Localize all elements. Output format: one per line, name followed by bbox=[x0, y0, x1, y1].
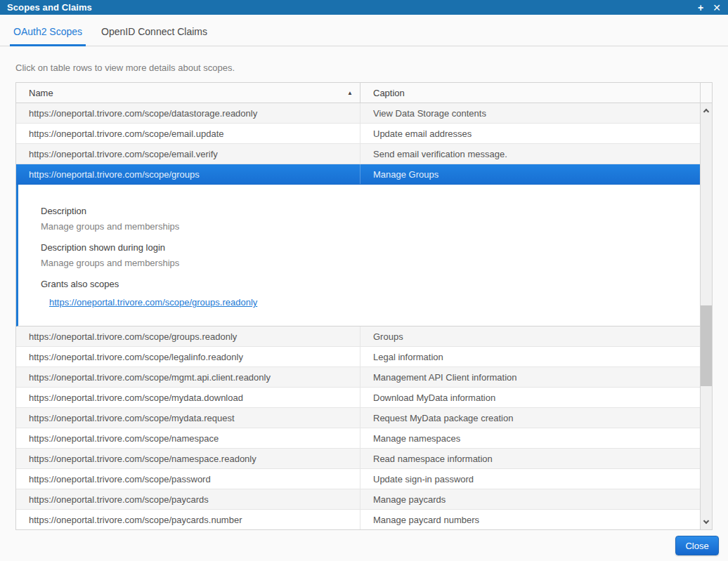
table-row[interactable]: https://oneportal.trivore.com/scope/emai… bbox=[16, 144, 700, 164]
scope-caption-cell: Update sign-in password bbox=[360, 469, 700, 489]
detail-field-value: Manage groups and memberships bbox=[41, 258, 700, 268]
table-row[interactable]: https://oneportal.trivore.com/scope/data… bbox=[16, 103, 700, 124]
dialog-titlebar[interactable]: Scopes and Claims + ✕ bbox=[0, 0, 728, 15]
scope-caption-cell: Manage paycards bbox=[360, 489, 700, 509]
scope-name-cell: https://oneportal.trivore.com/scope/data… bbox=[16, 103, 360, 123]
chevron-up-icon bbox=[703, 109, 709, 114]
table-body: https://oneportal.trivore.com/scope/data… bbox=[16, 103, 712, 529]
detail-field-label: Grants also scopes bbox=[41, 279, 700, 289]
scrollbar-thumb[interactable] bbox=[701, 305, 712, 386]
tab-oauth2-scopes[interactable]: OAuth2 Scopes bbox=[10, 26, 86, 46]
granted-scope-link[interactable]: https://oneportal.trivore.com/scope/grou… bbox=[49, 297, 257, 308]
scope-caption-cell: Read namespace information bbox=[360, 449, 700, 468]
table-row[interactable]: https://oneportal.trivore.com/scope/name… bbox=[16, 449, 700, 469]
scope-name-cell: https://oneportal.trivore.com/scope/grou… bbox=[16, 326, 360, 346]
table-row[interactable]: https://oneportal.trivore.com/scope/payc… bbox=[16, 510, 700, 529]
scope-name-cell: https://oneportal.trivore.com/scope/emai… bbox=[16, 144, 360, 164]
table-row[interactable]: https://oneportal.trivore.com/scope/mgmt… bbox=[16, 367, 700, 388]
table-row[interactable]: https://oneportal.trivore.com/scope/pass… bbox=[16, 469, 700, 489]
detail-field-label: Description shown during login bbox=[41, 242, 700, 253]
table-row[interactable]: https://oneportal.trivore.com/scope/myda… bbox=[16, 388, 700, 408]
column-header-name[interactable]: Name ▲ bbox=[16, 83, 360, 103]
scopes-and-claims-dialog: Scopes and Claims + ✕ OAuth2 Scopes Open… bbox=[0, 0, 728, 561]
row-detail-panel: Description Manage groups and membership… bbox=[16, 185, 700, 326]
table-row[interactable]: https://oneportal.trivore.com/scope/emai… bbox=[16, 124, 700, 144]
table-row[interactable]: https://oneportal.trivore.com/scope/name… bbox=[16, 428, 700, 449]
titlebar-icons: + ✕ bbox=[698, 3, 721, 13]
table-body-rows: https://oneportal.trivore.com/scope/data… bbox=[16, 103, 700, 529]
scope-name-cell: https://oneportal.trivore.com/scope/myda… bbox=[16, 388, 360, 407]
scope-caption-cell: Legal information bbox=[360, 347, 700, 367]
scope-name-cell: https://oneportal.trivore.com/scope/name… bbox=[16, 449, 360, 468]
detail-field-value: Manage groups and memberships bbox=[41, 221, 700, 232]
scope-name-cell: https://oneportal.trivore.com/scope/payc… bbox=[16, 510, 360, 529]
scope-name-cell: https://oneportal.trivore.com/scope/lega… bbox=[16, 347, 360, 367]
scope-caption-cell: Request MyData package creation bbox=[360, 408, 700, 428]
scope-name-cell: https://oneportal.trivore.com/scope/emai… bbox=[16, 124, 360, 143]
scope-caption-cell: Manage namespaces bbox=[360, 428, 700, 448]
scope-name-cell: https://oneportal.trivore.com/scope/grou… bbox=[16, 164, 360, 184]
detail-field-label: Description bbox=[41, 206, 700, 216]
scroll-down-button[interactable] bbox=[701, 516, 712, 528]
header-scrollbar-spacer bbox=[701, 83, 712, 103]
column-header-caption[interactable]: Caption bbox=[360, 83, 701, 103]
instruction-text: Click on table rows to view more details… bbox=[15, 62, 235, 73]
scroll-up-button[interactable] bbox=[701, 105, 712, 117]
column-header-name-label: Name bbox=[29, 88, 53, 98]
table-row[interactable]: https://oneportal.trivore.com/scope/myda… bbox=[16, 408, 700, 428]
dialog-title: Scopes and Claims bbox=[7, 2, 92, 13]
scope-name-cell: https://oneportal.trivore.com/scope/pass… bbox=[16, 469, 360, 489]
scope-name-cell: https://oneportal.trivore.com/scope/myda… bbox=[16, 408, 360, 428]
plus-icon[interactable]: + bbox=[698, 3, 703, 13]
titlebar-close-icon[interactable]: ✕ bbox=[713, 3, 721, 13]
scope-name-cell: https://oneportal.trivore.com/scope/payc… bbox=[16, 489, 360, 509]
scope-caption-cell: Groups bbox=[360, 326, 700, 346]
table-row[interactable]: https://oneportal.trivore.com/scope/lega… bbox=[16, 347, 700, 367]
scope-caption-cell: Update email addresses bbox=[360, 124, 700, 143]
table-row[interactable]: https://oneportal.trivore.com/scope/payc… bbox=[16, 489, 700, 510]
scope-caption-cell: Download MyData information bbox=[360, 388, 700, 407]
scope-caption-cell: View Data Storage contents bbox=[360, 103, 700, 123]
tab-bar: OAuth2 Scopes OpenID Connect Claims bbox=[0, 15, 728, 46]
scope-caption-cell: Send email verification message. bbox=[360, 144, 700, 164]
table-header: Name ▲ Caption bbox=[16, 83, 712, 103]
scope-caption-cell: Manage paycard numbers bbox=[360, 510, 700, 529]
scope-name-cell: https://oneportal.trivore.com/scope/name… bbox=[16, 428, 360, 448]
close-button[interactable]: Close bbox=[675, 536, 719, 555]
table-row[interactable]: https://oneportal.trivore.com/scope/grou… bbox=[16, 326, 700, 347]
column-header-caption-label: Caption bbox=[373, 88, 405, 98]
scope-caption-cell: Manage Groups bbox=[360, 164, 700, 184]
scope-caption-cell: Management API Client information bbox=[360, 367, 700, 387]
tab-openid-connect-claims[interactable]: OpenID Connect Claims bbox=[98, 26, 211, 46]
scopes-table: Name ▲ Caption https://oneportal.trivore… bbox=[15, 82, 713, 530]
vertical-scrollbar[interactable] bbox=[700, 103, 712, 529]
table-row[interactable]: https://oneportal.trivore.com/scope/grou… bbox=[16, 164, 700, 185]
chevron-down-icon bbox=[703, 518, 709, 524]
scope-name-cell: https://oneportal.trivore.com/scope/mgmt… bbox=[16, 367, 360, 387]
sort-ascending-icon[interactable]: ▲ bbox=[347, 90, 353, 96]
